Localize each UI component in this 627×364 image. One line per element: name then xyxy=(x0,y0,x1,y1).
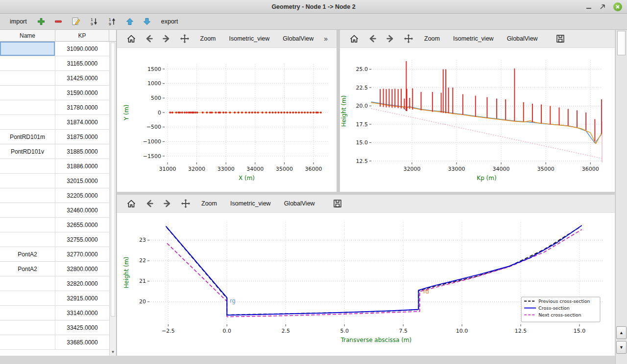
cell-kp[interactable]: 31590.0000 xyxy=(55,86,109,100)
cell-name[interactable] xyxy=(0,218,55,232)
table-row[interactable]: 32820.0000 xyxy=(0,276,109,291)
global-view-button[interactable]: GlobalView xyxy=(277,32,319,45)
table-row[interactable]: 31780.0000 xyxy=(0,100,109,115)
home-button[interactable] xyxy=(123,196,140,211)
cell-kp[interactable]: 32460.0000 xyxy=(55,203,109,217)
cell-name[interactable]: PontRD101v xyxy=(0,144,55,159)
table-row[interactable]: 32915.0000 xyxy=(0,291,109,306)
table-row[interactable]: 31425.0000 xyxy=(0,71,109,86)
cell-kp[interactable]: 31875.0000 xyxy=(55,130,109,144)
close-button[interactable] xyxy=(613,2,622,11)
cell-kp[interactable]: 31090.0000 xyxy=(55,42,109,56)
table-row[interactable]: 33425.0000 xyxy=(0,320,109,335)
table-row[interactable]: 32460.0000 xyxy=(0,203,109,218)
table-row[interactable]: 33140.0000 xyxy=(0,306,109,320)
cell-name[interactable] xyxy=(0,306,55,320)
table-row[interactable]: 33685.0000 xyxy=(0,335,109,350)
vertical-splitter[interactable] xyxy=(337,30,340,192)
cell-name[interactable]: PontRD101m xyxy=(0,130,55,144)
zoom-button[interactable]: Zoom xyxy=(418,32,446,45)
move-up-button[interactable] xyxy=(125,17,135,26)
cell-name[interactable] xyxy=(0,276,55,291)
cell-name[interactable] xyxy=(0,42,55,56)
home-button[interactable] xyxy=(346,31,362,46)
table-row[interactable]: 31874.0000 xyxy=(0,115,109,130)
table-row[interactable]: 31886.0000 xyxy=(0,159,109,174)
global-view-button[interactable]: GlobalView xyxy=(278,197,321,210)
cell-name[interactable] xyxy=(0,56,55,70)
cell-name[interactable] xyxy=(0,188,55,203)
table-row[interactable]: 31590.0000 xyxy=(0,86,109,100)
forward-button[interactable] xyxy=(159,196,176,211)
cell-name[interactable]: PontA2 xyxy=(0,262,55,276)
cell-kp[interactable]: 32800.0000 xyxy=(55,262,109,276)
cell-name[interactable] xyxy=(0,203,55,217)
plan-view-chart[interactable]: 310003200033000340003500036000−1500−1000… xyxy=(117,48,337,192)
forward-button[interactable] xyxy=(382,31,399,46)
pan-button[interactable] xyxy=(176,31,193,46)
cell-kp[interactable]: 32015.0000 xyxy=(55,174,109,188)
cell-name[interactable] xyxy=(0,291,55,305)
move-down-button[interactable] xyxy=(142,17,152,26)
cell-kp[interactable]: 32205.0000 xyxy=(55,188,109,203)
table-scroll-down-icon[interactable]: ▼ xyxy=(110,350,116,354)
import-button[interactable]: import xyxy=(8,17,29,26)
scroll-down-button[interactable]: ▼ xyxy=(616,341,627,354)
sort-descending-button[interactable]: 19 xyxy=(107,16,118,27)
table-row[interactable]: PontA232770.0000 xyxy=(0,247,109,262)
table-scrollbar-thumb[interactable] xyxy=(111,43,115,317)
scroll-up-button[interactable]: ▲ xyxy=(616,326,627,339)
export-button[interactable]: export xyxy=(159,17,180,26)
zoom-button[interactable]: Zoom xyxy=(195,197,223,210)
maximize-button[interactable] xyxy=(600,4,605,10)
cell-name[interactable] xyxy=(0,232,55,247)
cell-kp[interactable]: 31874.0000 xyxy=(55,115,109,129)
cell-name[interactable] xyxy=(0,320,55,335)
pan-button[interactable] xyxy=(400,31,417,46)
save-button[interactable] xyxy=(329,196,346,211)
isometric-view-button[interactable]: Isometric_view xyxy=(224,197,277,210)
table-scrollbar[interactable]: ▼ xyxy=(109,42,116,356)
cell-kp[interactable]: 31885.0000 xyxy=(55,144,109,159)
home-button[interactable] xyxy=(123,31,139,46)
table-row[interactable]: 31090.0000 xyxy=(0,42,109,56)
isometric-view-button[interactable]: Isometric_view xyxy=(447,32,500,45)
longitudinal-profile-chart[interactable]: 320003300034000350003600012.515.017.520.… xyxy=(340,48,615,192)
window-scrollbar[interactable]: ▲ ▼ xyxy=(615,30,627,364)
cross-section-chart[interactable]: −2.50.02.55.07.510.012.515.020212223Tran… xyxy=(117,213,615,356)
cell-kp[interactable]: 31165.0000 xyxy=(55,56,109,70)
scrollbar-thumb[interactable] xyxy=(617,31,626,55)
column-header-kp[interactable]: KP xyxy=(55,30,109,41)
cell-kp[interactable]: 32915.0000 xyxy=(55,291,109,305)
cell-kp[interactable]: 33425.0000 xyxy=(55,320,109,335)
cell-name[interactable] xyxy=(0,115,55,129)
save-button[interactable] xyxy=(552,31,569,46)
cell-kp[interactable]: 31780.0000 xyxy=(55,100,109,114)
table-row[interactable]: PontRD101v31885.0000 xyxy=(0,144,109,159)
minimize-button[interactable] xyxy=(586,4,592,10)
table-row[interactable]: PontA232800.0000 xyxy=(0,262,109,276)
cell-kp[interactable]: 33685.0000 xyxy=(55,335,109,349)
table-row[interactable]: PontRD101m31875.0000 xyxy=(0,130,109,144)
cell-name[interactable] xyxy=(0,100,55,114)
cell-kp[interactable]: 32755.0000 xyxy=(55,232,109,247)
cell-name[interactable] xyxy=(0,159,55,173)
cell-kp[interactable]: 31425.0000 xyxy=(55,71,109,85)
table-row[interactable]: 32015.0000 xyxy=(0,174,109,188)
cell-name[interactable] xyxy=(0,335,55,349)
back-button[interactable] xyxy=(364,31,381,46)
sort-ascending-button[interactable]: 19 xyxy=(89,16,99,27)
cell-name[interactable]: PontA2 xyxy=(0,247,55,261)
table-row[interactable]: 32655.0000 xyxy=(0,218,109,232)
cell-name[interactable] xyxy=(0,86,55,100)
table-row[interactable]: 31165.0000 xyxy=(0,56,109,71)
cell-kp[interactable]: 32770.0000 xyxy=(55,247,109,261)
remove-section-button[interactable] xyxy=(53,17,63,26)
cell-kp[interactable]: 32655.0000 xyxy=(55,218,109,232)
pan-button[interactable] xyxy=(177,196,194,211)
cell-kp[interactable]: 32820.0000 xyxy=(55,276,109,291)
global-view-button[interactable]: GlobalView xyxy=(501,32,544,45)
cell-name[interactable] xyxy=(0,71,55,85)
edit-section-button[interactable] xyxy=(71,16,81,27)
back-button[interactable] xyxy=(141,196,158,211)
